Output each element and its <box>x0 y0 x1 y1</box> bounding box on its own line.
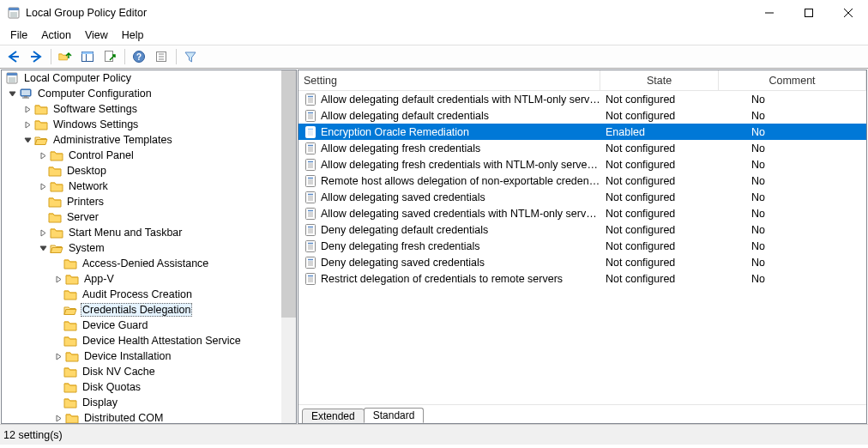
menu-help[interactable]: Help <box>115 27 151 43</box>
tree-device-guard[interactable]: Device Guard <box>3 318 294 333</box>
tree-server[interactable]: Server <box>3 209 294 225</box>
tree-root[interactable]: Local Computer Policy <box>3 70 294 86</box>
menu-action[interactable]: Action <box>34 27 78 43</box>
setting-state: Not configured <box>600 142 719 154</box>
help-button[interactable] <box>129 47 149 66</box>
folder-icon <box>63 396 77 409</box>
folder-icon <box>65 272 79 286</box>
tree-credentials-delegation[interactable]: Credentials Delegation <box>3 302 294 318</box>
export-list-button[interactable] <box>99 47 120 66</box>
list-body[interactable]: Allow delegating default credentials wit… <box>298 91 866 404</box>
chevron-right-icon[interactable] <box>22 104 33 114</box>
folder-icon <box>34 102 48 116</box>
filter-button[interactable] <box>180 47 201 66</box>
list-row[interactable]: Deny delegating fresh credentialsNot con… <box>298 238 866 254</box>
policy-icon <box>304 239 317 253</box>
scrollbar[interactable] <box>281 70 296 423</box>
list-row[interactable]: Allow delegating saved credentials with … <box>298 205 866 221</box>
list-row[interactable]: Restrict delegation of credentials to re… <box>298 270 866 287</box>
setting-name: Deny delegating fresh credentials <box>321 240 480 252</box>
tab-standard[interactable]: Standard <box>364 408 425 423</box>
tree-label: Printers <box>65 196 105 208</box>
list-row[interactable]: Allow delegating fresh credentialsNot co… <box>298 140 866 156</box>
column-setting[interactable]: Setting <box>298 70 600 90</box>
tree-windows-settings[interactable]: Windows Settings <box>3 117 294 132</box>
list-row[interactable]: Allow delegating saved credentialsNot co… <box>298 189 866 205</box>
tree-label: Software Settings <box>51 103 139 115</box>
chevron-right-icon[interactable] <box>53 413 63 423</box>
up-level-button[interactable] <box>55 47 75 66</box>
tree-display[interactable]: Display <box>3 395 294 410</box>
forward-button[interactable] <box>26 47 46 66</box>
setting-state: Not configured <box>600 273 719 285</box>
tree-disk-nv-cache[interactable]: Disk NV Cache <box>3 364 294 379</box>
show-hide-tree-button[interactable] <box>77 47 98 66</box>
list-row[interactable]: Allow delegating fresh credentials with … <box>298 156 866 173</box>
folder-icon <box>65 411 79 424</box>
chevron-right-icon[interactable] <box>38 227 48 238</box>
column-state[interactable]: State <box>600 70 719 90</box>
tree-app-v[interactable]: App-V <box>3 271 294 287</box>
setting-comment: No <box>719 175 866 187</box>
tree-label: Credentials Delegation <box>81 303 192 317</box>
back-button[interactable] <box>3 47 24 66</box>
chevron-right-icon[interactable] <box>38 150 48 160</box>
setting-state: Not configured <box>600 257 719 269</box>
tree-software-settings[interactable]: Software Settings <box>3 101 294 117</box>
chevron-right-icon[interactable] <box>22 119 33 130</box>
tree-start-menu-and-taskbar[interactable]: Start Menu and Taskbar <box>3 225 294 240</box>
tree-computer-configuration[interactable]: Computer Configuration <box>3 86 294 101</box>
setting-state: Not configured <box>600 191 719 203</box>
tree-label: Device Installation <box>82 350 172 362</box>
list-row[interactable]: Allow delegating default credentialsNot … <box>298 107 866 124</box>
column-comment[interactable]: Comment <box>719 70 866 90</box>
separator <box>122 47 127 66</box>
folder-open-icon <box>34 133 48 147</box>
tree-desktop[interactable]: Desktop <box>3 163 294 179</box>
menu-view[interactable]: View <box>78 27 115 43</box>
folder-icon <box>63 380 77 394</box>
tree-control-panel[interactable]: Control Panel <box>3 148 294 163</box>
tree-label: Network <box>67 180 110 192</box>
content-area: Local Computer Policy Computer Configura… <box>0 69 868 424</box>
list-row[interactable]: Deny delegating default credentialsNot c… <box>298 221 866 238</box>
list-header: Setting State Comment <box>298 70 866 91</box>
chevron-down-icon[interactable] <box>7 88 17 99</box>
tree-administrative-templates[interactable]: Administrative Templates <box>3 132 294 148</box>
menu-file[interactable]: File <box>3 27 34 43</box>
tree-access-denied-assistance[interactable]: Access-Denied Assistance <box>3 256 294 271</box>
setting-state: Not configured <box>600 224 719 236</box>
tree-printers[interactable]: Printers <box>3 194 294 209</box>
tree-label: Access-Denied Assistance <box>81 257 210 269</box>
list-row[interactable]: Remote host allows delegation of non-exp… <box>298 173 866 189</box>
list-row[interactable]: Deny delegating saved credentialsNot con… <box>298 254 866 270</box>
minimize-button[interactable] <box>750 0 789 26</box>
setting-comment: No <box>719 208 866 220</box>
policy-icon <box>304 191 317 204</box>
tree-pane[interactable]: Local Computer Policy Computer Configura… <box>1 70 297 424</box>
policy-icon <box>304 207 317 221</box>
tree-audit-process-creation[interactable]: Audit Process Creation <box>3 287 294 302</box>
chevron-down-icon[interactable] <box>22 135 33 145</box>
chevron-right-icon[interactable] <box>53 274 63 284</box>
folder-icon <box>63 334 77 348</box>
list-row[interactable]: Encryption Oracle RemediationEnabledNo <box>298 124 866 140</box>
tree-disk-quotas[interactable]: Disk Quotas <box>3 379 294 395</box>
chevron-down-icon[interactable] <box>38 243 48 253</box>
tree-device-health-attestation-service[interactable]: Device Health Attestation Service <box>3 333 294 348</box>
tree-distributed-com[interactable]: Distributed COM <box>3 410 294 424</box>
maximize-button[interactable] <box>789 0 829 26</box>
folder-open-icon <box>63 303 77 317</box>
tree-system[interactable]: System <box>3 240 294 256</box>
tree-label: Server <box>65 211 100 223</box>
chevron-right-icon[interactable] <box>53 351 63 361</box>
list-row[interactable]: Allow delegating default credentials wit… <box>298 91 866 107</box>
tab-extended[interactable]: Extended <box>302 409 365 424</box>
tree-device-installation[interactable]: Device Installation <box>3 348 294 364</box>
close-button[interactable] <box>829 0 868 26</box>
setting-name: Deny delegating saved credentials <box>321 257 485 269</box>
chevron-right-icon[interactable] <box>38 181 48 191</box>
tree-network[interactable]: Network <box>3 179 294 194</box>
setting-comment: No <box>719 159 866 171</box>
properties-button[interactable] <box>151 47 172 66</box>
